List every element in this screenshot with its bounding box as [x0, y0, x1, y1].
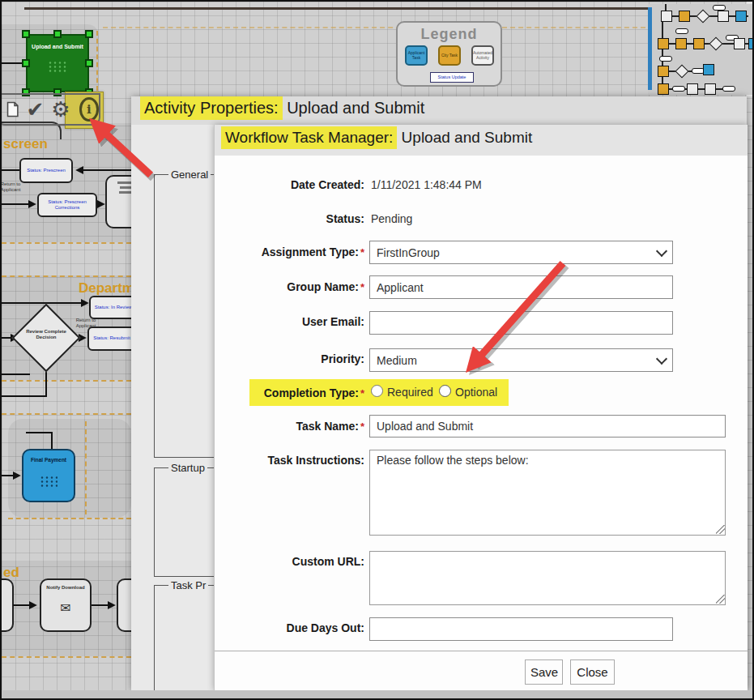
chevron-down-icon — [656, 245, 667, 256]
info-icon[interactable]: i — [79, 97, 99, 122]
page-icon[interactable] — [6, 100, 19, 119]
assignment-type-label: Assignment Type: — [262, 245, 359, 258]
decision-label: Review Complete Decision — [22, 329, 70, 340]
required-asterisk: * — [360, 420, 364, 433]
minimap-node — [748, 38, 754, 49]
minimap-node — [687, 83, 698, 95]
groupbox-task-properties-label: Task Pr — [168, 579, 208, 591]
task-box-partial[interactable] — [0, 578, 14, 632]
resize-grip[interactable] — [716, 525, 725, 534]
minimap-node — [713, 5, 726, 11]
swimlane-dash — [85, 421, 87, 514]
optional-radio-label[interactable]: Optional — [455, 386, 497, 399]
task-instructions-label: Task Instructions: — [215, 454, 364, 467]
legend-status-update: Status Update — [430, 72, 474, 83]
minimap-node — [661, 11, 672, 22]
minimap-bar — [648, 7, 652, 90]
close-button[interactable]: Close — [570, 659, 615, 685]
required-asterisk: * — [360, 281, 364, 293]
minimap-node — [722, 86, 735, 92]
wtm-title-highlight: Workflow Task Manager: — [221, 126, 397, 149]
status-label: Status: — [215, 212, 364, 225]
node-notify-download[interactable]: Notify Download ✉ — [40, 578, 92, 632]
swimlane-dash — [96, 31, 98, 91]
minimap-node — [675, 65, 689, 79]
node-status-dots — [48, 61, 67, 74]
activity-properties-title-highlight: Activity Properties: — [140, 96, 283, 120]
edge-label-return-to-applicant: Return to Applicant — [0, 181, 31, 193]
task-instructions-textarea[interactable]: Please follow the steps below: — [369, 450, 726, 536]
minimap-node — [672, 86, 685, 92]
legend-title: Legend — [398, 26, 501, 43]
footer-divider — [215, 651, 748, 651]
minimap-node — [718, 11, 729, 22]
bottom-bar — [2, 690, 754, 700]
minimap-node — [675, 28, 688, 34]
priority-select[interactable]: Medium — [369, 348, 673, 372]
canvas-top-border — [24, 7, 754, 10]
activity-properties-title-value: Upload and Submit — [287, 99, 424, 117]
status-box-prescreen-corrections[interactable]: Status: Prescreen Corrections — [37, 193, 97, 217]
priority-label: Priority: — [215, 352, 364, 365]
swimlane-dash — [2, 656, 131, 658]
due-days-out-input[interactable] — [369, 617, 673, 641]
node-final-payment[interactable]: Final Payment — [22, 449, 75, 502]
activity-properties-header[interactable]: Activity Properties: Upload and Submit — [131, 96, 747, 125]
status-box-prescreen[interactable]: Status: Prescreen — [19, 158, 73, 183]
status-box-resubmit[interactable]: Status: Resubmit — [87, 327, 136, 351]
resize-grip[interactable] — [716, 595, 725, 604]
selection-handle[interactable] — [22, 59, 30, 67]
selection-handle[interactable] — [85, 59, 93, 67]
selection-handle[interactable] — [53, 30, 62, 38]
swimlane-dash — [2, 413, 131, 415]
custom-url-textarea[interactable] — [369, 551, 726, 605]
completion-type-label: Completion Type: — [264, 386, 359, 399]
check-icon[interactable]: ✔ — [26, 99, 44, 120]
legend-city-task: City Task — [438, 45, 461, 66]
lane-heading-approved: ed — [3, 565, 19, 581]
required-radio-label[interactable]: Required — [387, 386, 433, 399]
minimap-node — [693, 38, 705, 49]
chevron-down-icon — [656, 352, 667, 364]
group-name-label: Group Name: — [287, 280, 359, 293]
swimlane-dash — [2, 242, 131, 244]
groupbox-general-label: General — [168, 169, 211, 181]
minimap-node — [696, 10, 710, 23]
task-name-input[interactable] — [369, 415, 726, 438]
workflow-designer-app: screen Status: Prescreen Return to Appli… — [0, 0, 754, 700]
minimap-node — [709, 37, 723, 51]
selection-handle[interactable] — [22, 30, 30, 38]
gear-icon[interactable]: ⚙ — [51, 99, 70, 120]
user-email-input[interactable] — [369, 311, 673, 335]
minimap-line — [662, 22, 663, 40]
wtm-title-value: Upload and Submit — [402, 129, 533, 146]
workflow-task-manager-dialog: Workflow Task Manager: Upload and Submit… — [214, 125, 748, 690]
node-toolbar: ✔ ⚙ i — [0, 93, 100, 126]
minimap[interactable] — [648, 4, 754, 95]
assignment-type-select[interactable]: FirstInGroup — [369, 241, 673, 264]
save-button[interactable]: Save — [525, 659, 563, 685]
required-radio[interactable] — [371, 385, 383, 397]
date-created-value: 1/11/2021 1:48:44 PM — [371, 178, 482, 191]
minimap-node — [735, 11, 747, 22]
group-name-input[interactable] — [369, 275, 673, 299]
due-days-out-label: Due Days Out: — [215, 621, 364, 634]
required-asterisk: * — [360, 387, 364, 399]
minimap-node — [658, 66, 669, 77]
date-created-label: Date Created: — [215, 178, 364, 191]
task-name-label: Task Name: — [296, 420, 359, 433]
workflow-task-manager-header[interactable]: Workflow Task Manager: Upload and Submit — [215, 125, 748, 156]
status-box-in-review[interactable]: Status: In Review — [89, 296, 138, 319]
minimap-node — [734, 38, 745, 49]
legend-panel: Legend Applicant Task City Task Automate… — [396, 21, 502, 87]
minimap-node — [675, 38, 687, 49]
optional-radio[interactable] — [439, 385, 451, 397]
groupbox-startup-label: Startup — [168, 462, 207, 474]
swimlane-dash — [8, 518, 131, 519]
node-upload-and-submit[interactable]: Upload and Submit — [26, 34, 89, 92]
user-email-label: User Email: — [215, 315, 364, 328]
minimap-node — [703, 64, 714, 75]
swimlane-dash — [103, 27, 645, 28]
selection-handle[interactable] — [85, 30, 93, 38]
minimap-node — [659, 56, 672, 62]
